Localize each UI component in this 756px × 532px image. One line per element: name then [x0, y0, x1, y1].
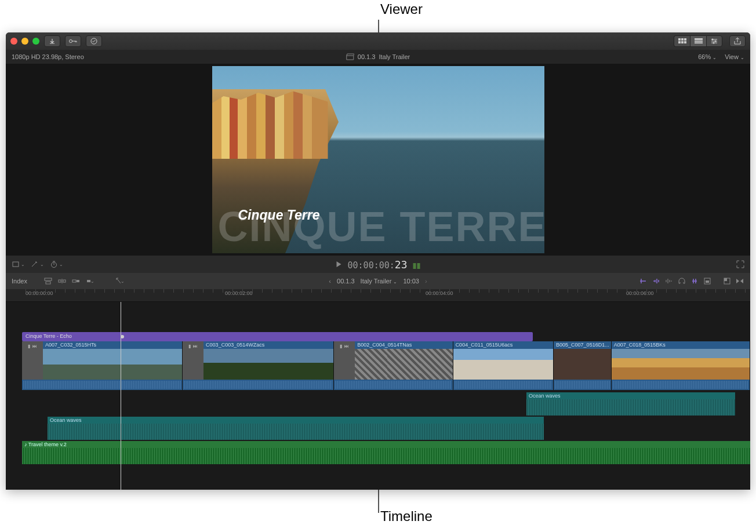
timeline-project-dropdown[interactable]: Italy Trailer ⌄ [361, 278, 398, 285]
video-clip[interactable]: ▮⏭A007_C032_0515HTs [22, 341, 183, 390]
timeline-layout-icon [695, 38, 703, 44]
svg-point-11 [712, 39, 714, 41]
solo-button[interactable] [664, 277, 674, 285]
svg-rect-9 [695, 41, 703, 42]
share-button[interactable] [729, 35, 746, 47]
keyword-button[interactable] [65, 35, 81, 47]
window-controls [10, 38, 39, 45]
clip-label: C003_C003_0514WZacs [203, 341, 333, 349]
zoom-dropdown[interactable]: 66% ⌄ [698, 53, 717, 60]
minimize-window-button[interactable] [21, 38, 28, 45]
svg-rect-19 [63, 280, 66, 282]
append-clip-button[interactable] [71, 277, 81, 285]
show-inspector-button[interactable] [706, 35, 722, 47]
timeline-ruler[interactable]: 00:00:00:00 00:00:02:00 00:00:04:00 00:0… [6, 289, 750, 302]
transform-dropdown[interactable]: ⌄ [12, 261, 25, 268]
video-clip[interactable]: C004_C011_0515U6acs [453, 341, 554, 390]
fullscreen-button[interactable] [736, 260, 744, 268]
audio-clip-label: Ocean waves [48, 417, 544, 424]
index-button[interactable]: Index [12, 278, 27, 285]
clip-thumbnails [612, 349, 750, 380]
svg-rect-20 [72, 280, 76, 282]
enhancements-dropdown[interactable]: ⌄ [31, 261, 44, 268]
overwrite-clip-button[interactable]: ⌄ [85, 277, 94, 285]
timeline-area[interactable]: Cinque Terre - Echo ▮⏭A007_C032_0515HTs▮… [6, 302, 750, 490]
clip-thumbnails [554, 349, 611, 380]
zoom-window-button[interactable] [32, 38, 39, 45]
import-button[interactable] [44, 35, 60, 47]
expand-icon [736, 260, 744, 268]
clip-audio-waveform [334, 380, 452, 390]
share-icon [734, 38, 741, 45]
audio-meter [413, 260, 420, 269]
svg-rect-24 [706, 280, 709, 283]
clip-thumbnails [203, 349, 333, 380]
svg-rect-8 [695, 38, 703, 40]
title-clip[interactable]: Cinque Terre - Echo [22, 332, 533, 341]
transitions-browser-button[interactable] [735, 277, 744, 285]
audio-clip-label: Ocean waves [526, 392, 735, 399]
video-clip[interactable]: ▮⏭B002_C004_0514TNas [334, 341, 453, 390]
insert-clip-button[interactable] [57, 277, 67, 285]
timeline-next-button[interactable]: › [425, 278, 427, 285]
playback-bar: ⌄ ⌄ ⌄ 00:00:00:23 [6, 256, 750, 273]
callout-viewer-label: Viewer [380, 1, 423, 17]
clip-appearance-button[interactable] [703, 277, 712, 285]
headphones-icon[interactable] [677, 277, 686, 285]
ruler-tick: 00:00:06:00 [626, 290, 654, 296]
clip-audio-waveform [554, 380, 611, 390]
connect-clip-button[interactable] [43, 277, 53, 285]
clip-audio-waveform [183, 380, 333, 390]
music-clip[interactable]: ♪ Travel theme v.2 [22, 441, 750, 464]
skimming-button[interactable] [639, 277, 648, 285]
clip-label: A007_C018_0515BKs [612, 341, 750, 349]
viewer-area[interactable]: CINQUE TERRE Cinque Terre [6, 64, 750, 256]
video-clip[interactable]: B005_C007_0516D1... [554, 341, 612, 390]
show-timeline-button[interactable] [690, 35, 706, 47]
svg-rect-3 [681, 38, 684, 41]
svg-rect-5 [678, 41, 681, 43]
connected-audio-clip[interactable]: Ocean waves [526, 392, 735, 416]
svg-rect-21 [77, 280, 79, 282]
audio-skimming-button[interactable] [652, 277, 661, 285]
connected-audio-clip[interactable]: Ocean waves [48, 417, 544, 440]
video-clip[interactable]: ▮⏭C003_C003_0514WZacs [183, 341, 334, 390]
grid-icon [678, 38, 686, 44]
clip-thumbnails [43, 349, 182, 380]
checkmark-circle-icon [90, 38, 97, 45]
sliders-icon [711, 38, 718, 44]
video-clip[interactable]: A007_C018_0515BKs [612, 341, 750, 390]
primary-storyline: ▮⏭A007_C032_0515HTs▮⏭C003_C003_0514WZacs… [22, 341, 750, 390]
svg-point-12 [715, 41, 717, 42]
clip-label: C004_C011_0515U6acs [453, 341, 553, 349]
tools-dropdown[interactable]: ⌄ [115, 277, 125, 285]
viewer-infobar: 1080p HD 23.98p, Stereo 00.1.3 Italy Tra… [6, 50, 750, 64]
playhead[interactable] [121, 302, 121, 490]
retime-dropdown[interactable]: ⌄ [50, 261, 63, 268]
clip-label: B005_C007_0516D1... [554, 341, 611, 349]
svg-point-13 [713, 42, 715, 44]
effects-browser-button[interactable] [722, 277, 732, 285]
timeline-prev-button[interactable]: ‹ [329, 278, 331, 285]
svg-rect-18 [59, 280, 61, 282]
snapping-button[interactable] [690, 277, 699, 285]
music-clip-label: ♪ Travel theme v.2 [22, 441, 750, 448]
background-tasks-button[interactable] [86, 35, 102, 47]
clip-thumbnails [453, 349, 553, 380]
timeline-project-id: 00.1.3 [337, 278, 355, 285]
timecode-display[interactable]: 00:00:00:23 [348, 258, 408, 271]
svg-rect-16 [45, 278, 52, 280]
svg-rect-4 [684, 38, 686, 41]
project-name-label: Italy Trailer [379, 53, 410, 60]
close-window-button[interactable] [10, 38, 17, 45]
svg-rect-26 [724, 278, 727, 281]
stopwatch-icon [50, 261, 58, 268]
show-browser-button[interactable] [674, 35, 690, 47]
clip-thumbnails [355, 349, 452, 380]
clip-label: A007_C032_0515HTs [43, 341, 182, 349]
timeline-toolbar: Index ⌄ ⌄ ‹ 00.1.3 Italy Trailer ⌄ 10:03… [6, 273, 750, 289]
clip-label: B002_C004_0514TNas [355, 341, 452, 349]
project-id-label: 00.1.3 [358, 53, 376, 60]
play-icon[interactable] [336, 261, 342, 268]
view-dropdown[interactable]: View ⌄ [725, 53, 744, 60]
